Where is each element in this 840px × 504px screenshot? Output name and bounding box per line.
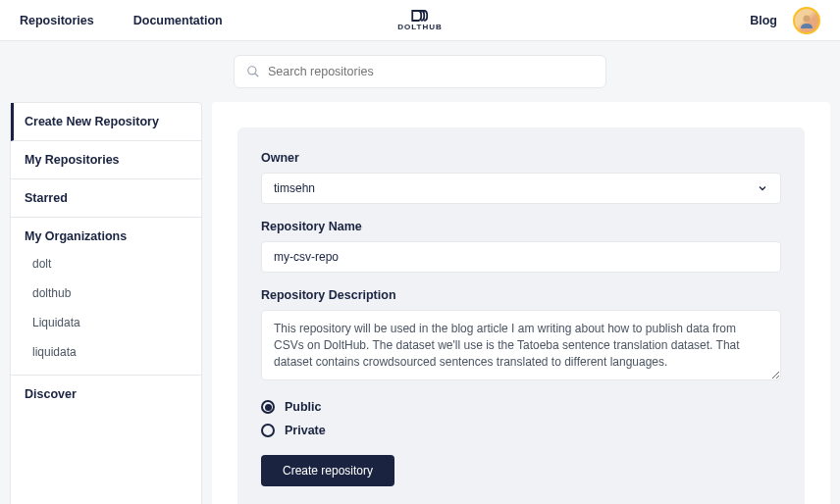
- sidebar-org-liquidata-lower[interactable]: liquidata: [11, 337, 201, 367]
- owner-dropdown[interactable]: timsehn: [261, 173, 781, 204]
- repo-name-input[interactable]: [261, 241, 781, 273]
- sidebar-item-discover[interactable]: Discover: [11, 376, 201, 413]
- sidebar-org-dolt[interactable]: dolt: [11, 249, 201, 278]
- name-label: Repository Name: [261, 220, 781, 233]
- nav-documentation[interactable]: Documentation: [133, 14, 223, 27]
- form-panel: Owner timsehn Repository Name Repository…: [212, 102, 830, 504]
- radio-public-circle: [261, 400, 275, 414]
- search-input[interactable]: [268, 65, 594, 78]
- main-content: Create New Repository My Repositories St…: [0, 102, 840, 504]
- svg-point-0: [804, 15, 811, 22]
- nav-left: Repositories Documentation: [20, 14, 223, 27]
- sidebar-org-liquidata-upper[interactable]: Liquidata: [11, 308, 201, 337]
- visibility-group: Public Private: [261, 400, 781, 437]
- sidebar-my-organizations-label: My Organizations: [11, 218, 201, 249]
- owner-group: Owner timsehn: [261, 151, 781, 204]
- sidebar-item-my-repositories[interactable]: My Repositories: [11, 141, 201, 179]
- logo[interactable]: DOLTHUB: [397, 9, 443, 31]
- nav-blog[interactable]: Blog: [750, 14, 777, 27]
- create-repository-button[interactable]: Create repository: [261, 455, 394, 486]
- owner-value: timsehn: [274, 181, 315, 195]
- avatar-face-icon: [797, 11, 816, 30]
- radio-private[interactable]: Private: [261, 424, 781, 437]
- logo-icon: [410, 9, 430, 23]
- owner-label: Owner: [261, 151, 781, 165]
- svg-line-2: [255, 74, 259, 77]
- main-header: Repositories Documentation DOLTHUB Blog: [0, 0, 840, 41]
- search-icon: [246, 65, 260, 78]
- radio-private-circle: [261, 424, 275, 437]
- chevron-down-icon: [757, 182, 768, 194]
- repo-desc-textarea[interactable]: [261, 310, 781, 380]
- sidebar-item-create-new-repository[interactable]: Create New Repository: [11, 103, 201, 141]
- desc-label: Repository Description: [261, 288, 781, 302]
- radio-public[interactable]: Public: [261, 400, 781, 414]
- nav-repositories[interactable]: Repositories: [20, 14, 94, 27]
- svg-point-1: [248, 67, 256, 75]
- avatar[interactable]: [793, 7, 820, 34]
- radio-private-label: Private: [285, 424, 326, 437]
- nav-right: Blog: [750, 7, 820, 34]
- name-group: Repository Name: [261, 220, 781, 273]
- logo-text: DOLTHUB: [397, 23, 443, 31]
- desc-group: Repository Description: [261, 288, 781, 384]
- search-container: [0, 41, 840, 102]
- search-box[interactable]: [234, 55, 606, 88]
- sidebar-group-orgs: My Organizations dolt dolthub Liquidata …: [11, 218, 201, 376]
- sidebar: Create New Repository My Repositories St…: [10, 102, 202, 504]
- create-repo-form: Owner timsehn Repository Name Repository…: [237, 127, 805, 504]
- sidebar-item-starred[interactable]: Starred: [11, 179, 201, 218]
- sidebar-org-dolthub[interactable]: dolthub: [11, 278, 201, 308]
- radio-public-label: Public: [285, 400, 322, 414]
